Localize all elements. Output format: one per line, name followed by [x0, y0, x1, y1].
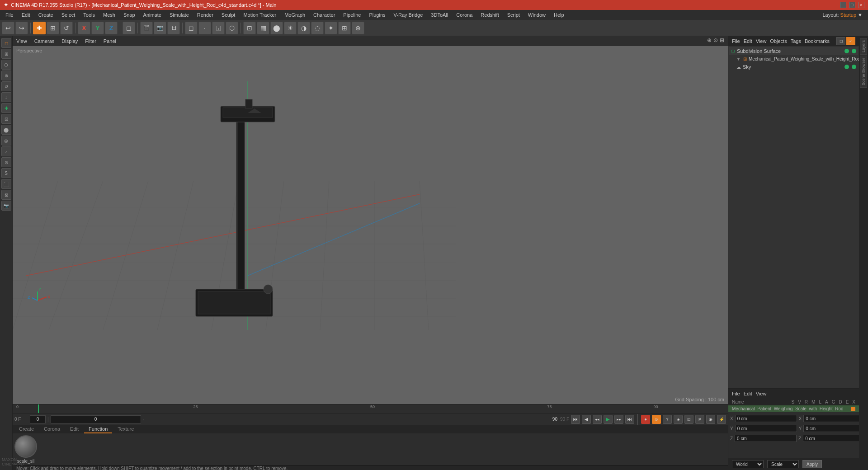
effects-btn[interactable]: ✦	[325, 22, 337, 34]
menu-render[interactable]: Render	[193, 11, 217, 19]
play-reverse-button[interactable]: ◂◂	[593, 415, 602, 424]
obj-sky[interactable]: ☁ Sky	[735, 63, 858, 71]
obj-vis-sky[interactable]	[844, 65, 849, 69]
tab-texture[interactable]: Texture	[113, 425, 138, 433]
x-rot-input[interactable]	[803, 415, 859, 422]
scale-dropdown[interactable]: Scale	[767, 460, 799, 468]
ambient-btn[interactable]: ◌	[311, 22, 324, 34]
obj-menu-edit[interactable]: Edit	[744, 38, 752, 44]
obj-subdivision-surface[interactable]: ⬡ Subdivision Surface	[729, 47, 858, 55]
viewport-menu-filter[interactable]: Filter	[85, 38, 96, 44]
rotate-tool-button[interactable]: ↺	[60, 22, 73, 34]
move-tool-button[interactable]: ✚	[33, 22, 46, 34]
interactive-render-button[interactable]: 🎞	[167, 22, 180, 34]
menu-tools[interactable]: Tools	[80, 11, 99, 19]
redo-button[interactable]: ↪	[15, 22, 28, 34]
material-ball[interactable]	[14, 435, 37, 458]
timeline-ruler[interactable]: 0 25 50 75 90	[16, 404, 724, 413]
sculpt-tool[interactable]: ◎	[1, 136, 11, 146]
joint-tool[interactable]: ⊛	[1, 70, 11, 80]
render-active-button[interactable]: ▦	[257, 22, 269, 34]
floor-tool[interactable]: ⬛	[1, 179, 11, 189]
viewport[interactable]: X Y Z View Cameras Display Filter Panel …	[13, 36, 728, 404]
menu-pipeline[interactable]: Pipeline	[340, 11, 364, 19]
menu-file[interactable]: File	[2, 11, 17, 19]
tab-create[interactable]: Create	[14, 425, 38, 433]
menu-select[interactable]: Select	[58, 11, 79, 19]
menu-redshift[interactable]: Redshift	[477, 11, 502, 19]
render-picture-button[interactable]: 🎬	[140, 22, 153, 34]
obj-menu-objects[interactable]: Objects	[770, 38, 787, 44]
menu-motiontracker[interactable]: Motion Tracker	[240, 11, 280, 19]
edges-mode-button[interactable]: ⌺	[212, 22, 225, 34]
tab-corona[interactable]: Corona	[39, 425, 65, 433]
menu-help[interactable]: Help	[550, 11, 568, 19]
light-tool[interactable]: ⊠	[1, 190, 11, 200]
scale-obj-tool[interactable]: ↕	[1, 92, 11, 102]
display-mode-button[interactable]: ⊡	[243, 22, 256, 34]
rotate-obj-tool[interactable]: ↺	[1, 81, 11, 91]
menu-vraybridge[interactable]: V-Ray Bridge	[390, 11, 427, 19]
y-rot-input[interactable]	[803, 425, 859, 432]
title-bar-controls[interactable]: _ □ ×	[840, 2, 864, 8]
z-pos-input[interactable]	[735, 435, 797, 442]
minimize-button[interactable]: _	[840, 2, 846, 8]
texture-btn[interactable]: ⬤	[270, 22, 283, 34]
menu-create[interactable]: Create	[35, 11, 57, 19]
menu-animate[interactable]: Animate	[140, 11, 165, 19]
object-mode-button[interactable]: ◻	[185, 22, 198, 34]
menu-character[interactable]: Character	[310, 11, 339, 19]
grid-btn[interactable]: ⊞	[338, 22, 351, 34]
menu-mograph[interactable]: MoGraph	[281, 11, 309, 19]
viewport-ctrl-2[interactable]: ⊙	[713, 37, 718, 43]
menu-3dtoall[interactable]: 3DToAll	[427, 11, 452, 19]
z-rot-input[interactable]	[803, 435, 859, 442]
scale-tool-button[interactable]: ⊞	[47, 22, 59, 34]
obj-menu-file[interactable]: File	[732, 38, 740, 44]
menu-mesh[interactable]: Mesh	[99, 11, 119, 19]
y-pos-input[interactable]	[735, 425, 797, 432]
viewport-ctrl-1[interactable]: ⊕	[707, 37, 712, 43]
menu-window[interactable]: Window	[524, 11, 549, 19]
light-btn[interactable]: ☀	[284, 22, 297, 34]
paint-tool[interactable]: ⬤	[1, 125, 11, 135]
viewport-menu-display[interactable]: Display	[61, 38, 78, 44]
menu-plugins[interactable]: Plugins	[365, 11, 389, 19]
snap-btn[interactable]: ⊕	[352, 22, 364, 34]
x-axis-button[interactable]: X	[78, 22, 90, 34]
play-button[interactable]: ▶	[604, 415, 613, 424]
menu-simulate[interactable]: Simulate	[166, 11, 193, 19]
powerslider-btn[interactable]: ⚡	[717, 415, 726, 424]
knife-tool[interactable]: ⌿	[1, 146, 11, 156]
tab-function[interactable]: Function	[84, 425, 112, 433]
maximize-button[interactable]: □	[849, 2, 855, 8]
x-pos-input[interactable]	[735, 415, 797, 422]
obj-mechanical-scale[interactable]: ▼ ⊞ Mechanical_Patient_Weighing_Scale_wi…	[735, 55, 858, 63]
obj-vis2-subdiv[interactable]	[852, 49, 856, 53]
menu-sculpt[interactable]: Sculpt	[218, 11, 239, 19]
layout-selector[interactable]: Layout: Startup ▼	[822, 12, 866, 18]
viewport-controls[interactable]: ⊕ ⊙ ⊞	[707, 37, 724, 43]
obj-menu-view[interactable]: View	[756, 38, 767, 44]
keyframe-btn[interactable]: ◦	[143, 416, 145, 423]
menu-snap[interactable]: Snap	[120, 11, 139, 19]
goto-end-button[interactable]: ⏭	[625, 415, 634, 424]
obj-menu-bookmarks[interactable]: Bookmarks	[805, 38, 830, 44]
viewport-menu-cameras[interactable]: Cameras	[34, 38, 55, 44]
record-pos-button[interactable]: ⊙	[652, 415, 661, 424]
obj-btn-2[interactable]: ✓	[846, 37, 855, 45]
goto-start-button[interactable]: ⏮	[571, 415, 580, 424]
menu-script[interactable]: Script	[504, 11, 524, 19]
texture-tool[interactable]: ⊞	[1, 49, 11, 59]
obj-vis-subdiv[interactable]	[844, 49, 849, 53]
obj-menu-tags[interactable]: Tags	[791, 38, 801, 44]
select-tool-button[interactable]: ◻	[123, 22, 135, 34]
menu-edit[interactable]: Edit	[18, 11, 34, 19]
obj-vis2-sky[interactable]	[852, 65, 856, 69]
y-axis-button[interactable]: Y	[91, 22, 104, 34]
frame-input[interactable]	[30, 415, 46, 423]
close-button[interactable]: ×	[858, 2, 864, 8]
magnet-tool[interactable]: ⊙	[1, 157, 11, 167]
undo-button[interactable]: ↩	[2, 22, 14, 34]
end-frame-input[interactable]: 90	[552, 417, 557, 422]
